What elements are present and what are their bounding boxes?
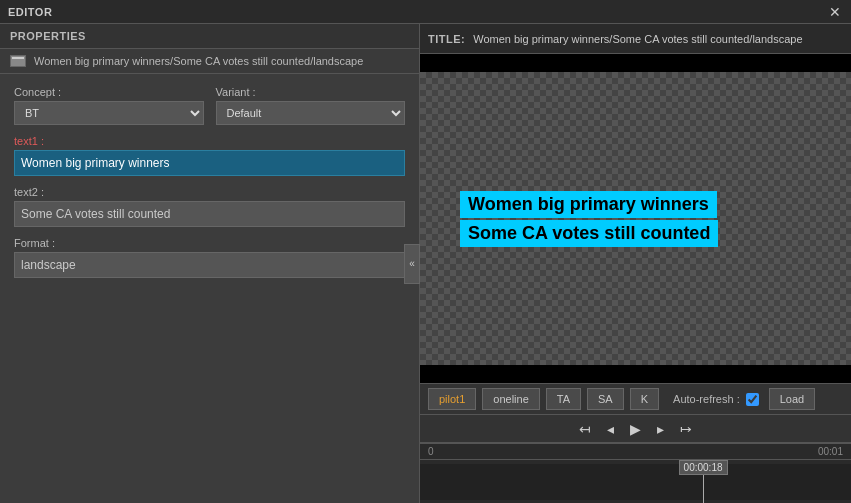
document-icon	[10, 55, 26, 67]
editor-title: EDITOR	[8, 6, 52, 18]
auto-refresh-label: Auto-refresh :	[673, 393, 740, 405]
timeline: 0 00:01 00:00:18	[420, 443, 851, 503]
skip-back-button[interactable]: ↤	[575, 421, 595, 437]
svg-rect-1	[12, 57, 24, 59]
text2-group: text2 : Some CA votes still counted	[14, 186, 405, 227]
playhead: 00:00:18	[679, 460, 728, 503]
pilot1-button[interactable]: pilot1	[428, 388, 476, 410]
text-overlay: Women big primary winners Some CA votes …	[460, 191, 718, 247]
title-label: TITLE:	[428, 33, 465, 45]
main-layout: PROPERTIES Women big primary winners/Som…	[0, 24, 851, 503]
concept-label: Concept :	[14, 86, 204, 98]
format-display: landscape	[14, 252, 405, 278]
step-back-button[interactable]: ◂	[603, 421, 618, 437]
title-value: Women big primary winners/Some CA votes …	[473, 33, 843, 45]
document-title-bar: Women big primary winners/Some CA votes …	[0, 49, 419, 74]
text2-overlay: Some CA votes still counted	[460, 220, 718, 247]
text2-display: Some CA votes still counted	[14, 201, 405, 227]
left-panel: PROPERTIES Women big primary winners/Som…	[0, 24, 420, 503]
playhead-time: 00:00:18	[679, 460, 728, 475]
variant-select[interactable]: Default	[216, 101, 406, 125]
play-button[interactable]: ▶	[626, 421, 645, 437]
document-title: Women big primary winners/Some CA votes …	[34, 55, 363, 67]
timeline-start: 0	[428, 446, 434, 457]
format-label: Format :	[14, 237, 405, 249]
text1-group: text1 :	[14, 135, 405, 176]
timeline-track[interactable]: 00:00:18	[420, 464, 851, 500]
title-bar: EDITOR ✕	[0, 0, 851, 24]
auto-refresh-checkbox[interactable]	[746, 393, 759, 406]
text1-input[interactable]	[14, 150, 405, 176]
text2-label: text2 :	[14, 186, 405, 198]
collapse-button[interactable]: «	[404, 244, 420, 284]
variant-group: Variant : Default	[216, 86, 406, 125]
form-area: Concept : BT Variant : Default text1 :	[0, 74, 419, 290]
black-bar-bottom	[420, 365, 851, 383]
right-panel: TITLE: Women big primary winners/Some CA…	[420, 24, 851, 503]
concept-variant-row: Concept : BT Variant : Default	[14, 86, 405, 125]
skip-forward-button[interactable]: ↦	[676, 421, 696, 437]
title-row: TITLE: Women big primary winners/Some CA…	[420, 24, 851, 54]
text1-overlay: Women big primary winners	[460, 191, 717, 218]
timeline-ruler: 0 00:01	[420, 444, 851, 460]
concept-select[interactable]: BT	[14, 101, 204, 125]
ta-button[interactable]: TA	[546, 388, 581, 410]
step-forward-button[interactable]: ▸	[653, 421, 668, 437]
playback-bar: ↤ ◂ ▶ ▸ ↦	[420, 415, 851, 443]
controls-bar: pilot1 oneline TA SA K Auto-refresh : Lo…	[420, 383, 851, 415]
playhead-line	[703, 475, 704, 503]
oneline-button[interactable]: oneline	[482, 388, 539, 410]
variant-label: Variant :	[216, 86, 406, 98]
preview-area: Women big primary winners Some CA votes …	[420, 54, 851, 383]
text1-label: text1 :	[14, 135, 405, 147]
close-button[interactable]: ✕	[827, 4, 843, 20]
concept-group: Concept : BT	[14, 86, 204, 125]
properties-header: PROPERTIES	[0, 24, 419, 49]
timeline-end: 00:01	[818, 446, 843, 457]
sa-button[interactable]: SA	[587, 388, 624, 410]
load-button[interactable]: Load	[769, 388, 815, 410]
black-bar-top	[420, 54, 851, 72]
format-group: Format : landscape	[14, 237, 405, 278]
k-button[interactable]: K	[630, 388, 659, 410]
